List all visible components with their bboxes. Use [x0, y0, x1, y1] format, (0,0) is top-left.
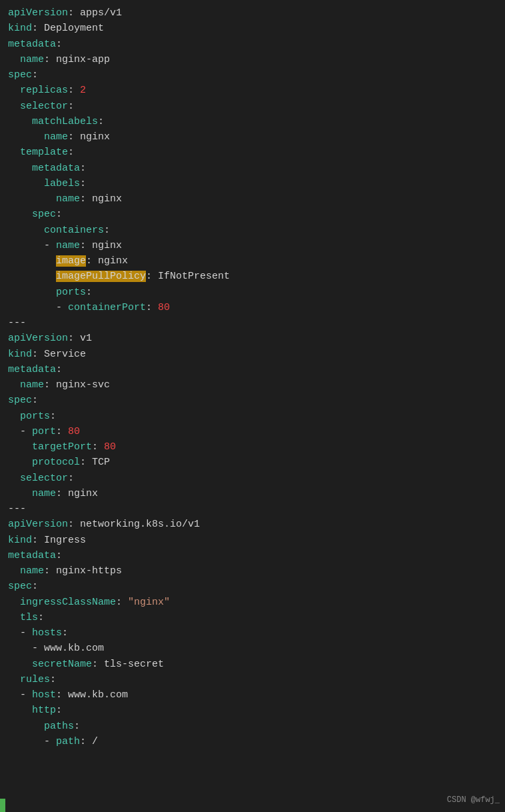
token-colon: :	[68, 7, 80, 19]
token-key: ports	[56, 287, 86, 298]
token-separator: ---	[8, 503, 26, 515]
token-key: apiVersion	[8, 7, 68, 19]
code-line: ---	[8, 501, 497, 517]
token-dash: -	[8, 689, 32, 701]
token-colon: :	[44, 54, 56, 65]
token-colon: :	[146, 271, 158, 282]
token-key: name	[44, 131, 68, 143]
token-colon: :	[50, 411, 56, 422]
code-line: template:	[8, 145, 497, 160]
token-value-string: nginx-https	[56, 565, 122, 577]
code-line: labels:	[8, 176, 497, 191]
token-key: metadata	[32, 163, 80, 174]
token-indent	[8, 488, 32, 499]
token-colon: :	[68, 147, 74, 158]
token-key: template	[20, 147, 68, 158]
code-line: metadata:	[8, 161, 497, 176]
token-dash: -	[8, 643, 44, 654]
token-key: containerPort	[68, 302, 146, 313]
token-colon: :	[92, 441, 104, 453]
code-line: selector:	[8, 99, 497, 114]
code-line: apiVersion: networking.k8s.io/v1	[8, 517, 497, 532]
token-key: imagePullPolicy	[56, 271, 146, 282]
token-value-string: tls-secret	[104, 659, 164, 670]
token-indent	[8, 705, 32, 716]
watermark: CSDN @wfwj_	[447, 794, 500, 807]
code-line: name: nginx-svc	[8, 377, 497, 393]
token-colon: :	[50, 674, 56, 685]
token-colon: :	[92, 659, 104, 670]
code-line: secretName: tls-secret	[8, 657, 497, 672]
code-line: image: nginx	[8, 253, 497, 269]
token-indent	[8, 271, 56, 282]
token-key: metadata	[8, 39, 56, 50]
token-colon: :	[68, 519, 80, 530]
token-indent	[8, 225, 44, 236]
token-value-string: v1	[80, 333, 92, 344]
code-line: ports:	[8, 409, 497, 424]
token-key: tls	[20, 612, 38, 623]
token-indent	[8, 457, 32, 468]
code-line: kind: Deployment	[8, 21, 497, 36]
token-key: kind	[8, 535, 32, 546]
token-key: host	[32, 689, 56, 701]
code-line: - port: 80	[8, 424, 497, 439]
token-colon: :	[32, 535, 44, 546]
code-line: - containerPort: 80	[8, 300, 497, 315]
token-indent	[8, 255, 56, 267]
code-line: - path: /	[8, 734, 497, 749]
code-line: matchLabels:	[8, 114, 497, 129]
token-key: metadata	[8, 364, 56, 375]
token-colon: :	[68, 473, 74, 484]
code-line: - hosts:	[8, 625, 497, 641]
code-line: apiVersion: apps/v1	[8, 5, 497, 21]
token-key: spec	[8, 581, 32, 592]
code-line: metadata:	[8, 548, 497, 563]
token-key: kind	[8, 23, 32, 34]
token-key: path	[56, 736, 80, 747]
green-bar-indicator	[0, 799, 5, 812]
token-indent	[8, 597, 20, 608]
token-value-quoted: "nginx"	[128, 597, 170, 608]
code-line: apiVersion: v1	[8, 331, 497, 346]
token-value-number: 2	[80, 85, 86, 96]
token-value-number: 80	[68, 426, 80, 437]
code-line: metadata:	[8, 362, 497, 377]
code-line: spec:	[8, 67, 497, 83]
code-line: spec:	[8, 207, 497, 222]
token-colon: :	[80, 193, 92, 205]
code-line: http:	[8, 703, 497, 718]
token-value-number: 80	[104, 441, 116, 453]
token-key: apiVersion	[8, 333, 68, 344]
token-indent	[8, 193, 56, 205]
code-line: replicas: 2	[8, 83, 497, 98]
code-line: kind: Service	[8, 347, 497, 362]
code-line: - name: nginx	[8, 238, 497, 253]
code-line: - host: www.kb.com	[8, 687, 497, 703]
token-colon: :	[74, 721, 80, 732]
token-colon: :	[68, 131, 80, 143]
token-key: matchLabels	[32, 116, 98, 127]
token-indent	[8, 674, 20, 685]
code-line: targetPort: 80	[8, 439, 497, 455]
code-line: containers:	[8, 223, 497, 238]
token-key: apiVersion	[8, 519, 68, 530]
token-value-string: TCP	[92, 457, 110, 468]
code-line: name: nginx-https	[8, 563, 497, 579]
token-colon: :	[56, 364, 62, 375]
token-colon: :	[32, 69, 38, 81]
token-indent	[8, 101, 20, 112]
token-colon: :	[56, 426, 68, 437]
token-colon: :	[80, 457, 92, 468]
token-dash: -	[8, 627, 32, 639]
token-colon: :	[80, 163, 86, 174]
code-line: metadata:	[8, 37, 497, 52]
token-key: name	[56, 240, 80, 251]
code-line: spec:	[8, 579, 497, 594]
token-value-string: nginx-app	[56, 54, 110, 65]
token-value-string: nginx	[68, 488, 98, 499]
token-indent	[8, 178, 44, 189]
token-key: spec	[8, 69, 32, 81]
token-colon: :	[56, 550, 62, 561]
code-line: protocol: TCP	[8, 455, 497, 470]
